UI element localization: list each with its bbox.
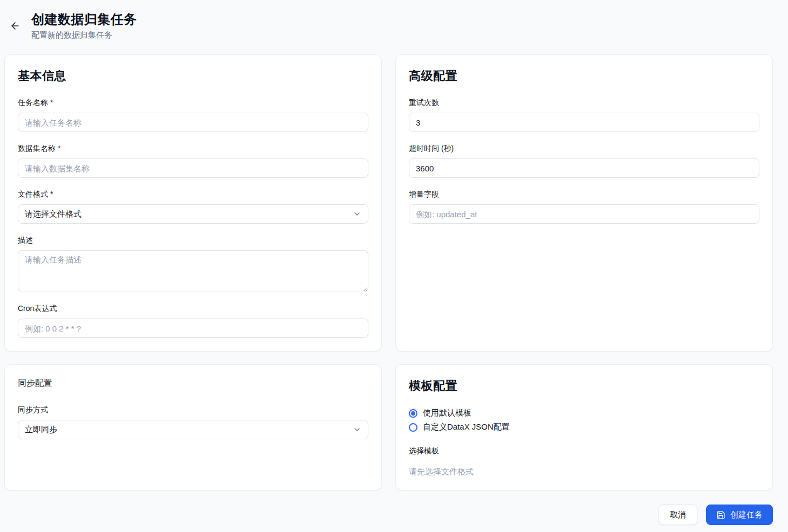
sync-config-title: 同步配置 <box>18 378 368 389</box>
radio-default-template[interactable]: 使用默认模板 <box>409 408 759 418</box>
radio-unselected-icon <box>409 423 417 432</box>
template-radio-group: 使用默认模板 自定义DataX JSON配置 <box>409 408 759 432</box>
incremental-field: 增量字段 <box>409 190 759 224</box>
incremental-input[interactable] <box>409 204 759 224</box>
sync-mode-label: 同步方式 <box>18 405 368 415</box>
retry-count-input[interactable] <box>409 113 759 132</box>
basic-info-card: 基本信息 任务名称 * 数据集名称 * 文件格式 * 请选择文件格式 描述 <box>4 54 382 351</box>
save-icon <box>716 510 725 520</box>
retry-count-field: 重试次数 <box>409 98 759 132</box>
timeout-label: 超时时间 (秒) <box>409 144 759 154</box>
template-config-card: 模板配置 使用默认模板 自定义DataX JSON配置 选择模板 请先选择文件格… <box>395 364 773 490</box>
create-task-button-label: 创建任务 <box>730 510 763 520</box>
radio-custom-datax-json-label: 自定义DataX JSON配置 <box>423 422 510 432</box>
chevron-down-icon <box>353 425 361 434</box>
select-template-label: 选择模板 <box>409 446 759 456</box>
form-grid: 基本信息 任务名称 * 数据集名称 * 文件格式 * 请选择文件格式 描述 <box>4 54 773 490</box>
sync-config-card: 同步配置 同步方式 立即同步 <box>4 364 382 490</box>
task-name-input[interactable] <box>18 113 368 132</box>
cron-field: Cron表达式 <box>18 304 368 338</box>
advanced-config-card: 高级配置 重试次数 超时时间 (秒) 增量字段 <box>395 54 773 351</box>
incremental-label: 增量字段 <box>409 190 759 199</box>
page-header: 创建数据归集任务 配置新的数据归集任务 <box>4 11 773 40</box>
footer-actions: 取消 创建任务 <box>4 505 773 525</box>
select-template-hint: 请先选择文件格式 <box>409 467 759 477</box>
dataset-name-label: 数据集名称 * <box>18 144 368 154</box>
retry-count-label: 重试次数 <box>409 98 759 108</box>
timeout-field: 超时时间 (秒) <box>409 144 759 178</box>
file-format-selected-value: 请选择文件格式 <box>25 209 81 219</box>
description-textarea[interactable] <box>18 250 368 292</box>
template-config-title: 模板配置 <box>409 378 759 394</box>
create-task-page: 创建数据归集任务 配置新的数据归集任务 基本信息 任务名称 * 数据集名称 * … <box>0 0 788 532</box>
advanced-config-title: 高级配置 <box>409 68 759 84</box>
back-button[interactable] <box>8 18 23 33</box>
cancel-button[interactable]: 取消 <box>659 505 697 525</box>
file-format-field: 文件格式 * 请选择文件格式 <box>18 190 368 224</box>
radio-custom-datax-json[interactable]: 自定义DataX JSON配置 <box>409 422 759 432</box>
task-name-field: 任务名称 * <box>18 98 368 132</box>
file-format-label: 文件格式 * <box>18 190 368 199</box>
task-name-label: 任务名称 * <box>18 98 368 108</box>
create-task-button[interactable]: 创建任务 <box>706 505 773 525</box>
page-title: 创建数据归集任务 <box>31 11 137 28</box>
sync-mode-select[interactable]: 立即同步 <box>18 420 368 439</box>
file-format-select[interactable]: 请选择文件格式 <box>18 204 368 224</box>
page-subtitle: 配置新的数据归集任务 <box>31 30 137 40</box>
header-titles: 创建数据归集任务 配置新的数据归集任务 <box>31 11 137 40</box>
chevron-down-icon <box>353 210 361 218</box>
radio-selected-icon <box>409 409 417 418</box>
cron-input[interactable] <box>18 319 368 338</box>
basic-info-title: 基本信息 <box>18 68 368 84</box>
sync-mode-field: 同步方式 立即同步 <box>18 405 368 439</box>
sync-mode-selected-value: 立即同步 <box>25 425 57 435</box>
radio-default-template-label: 使用默认模板 <box>423 408 471 418</box>
dataset-name-field: 数据集名称 * <box>18 144 368 178</box>
description-field: 描述 <box>18 236 368 292</box>
timeout-input[interactable] <box>409 158 759 178</box>
cron-label: Cron表达式 <box>18 304 368 314</box>
arrow-left-icon <box>10 20 20 31</box>
description-label: 描述 <box>18 236 368 245</box>
dataset-name-input[interactable] <box>18 158 368 178</box>
